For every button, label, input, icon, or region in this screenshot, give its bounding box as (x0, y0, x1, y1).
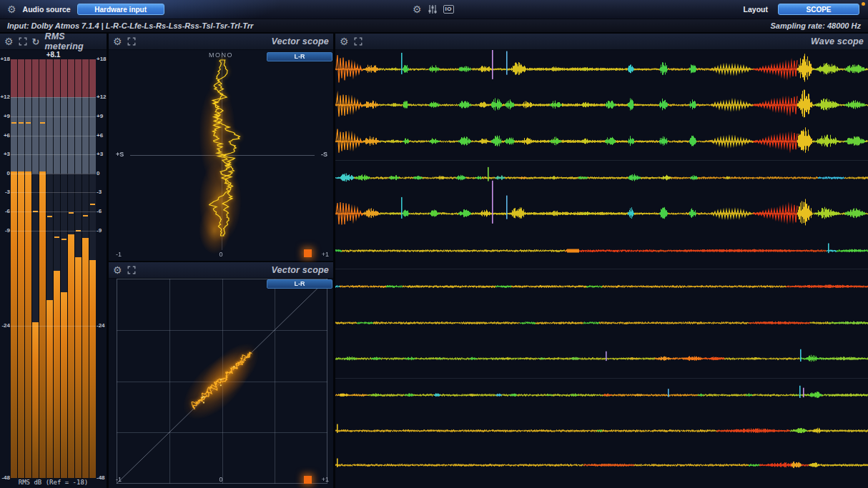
vector-top-gear-icon[interactable]: ⚙ (113, 36, 122, 46)
sampling-rate-text: Sampling rate: 48000 Hz (770, 21, 861, 30)
audio-source-gear-icon[interactable]: ⚙ (7, 4, 16, 14)
correlation-marker (304, 249, 312, 257)
rms-scale-left: +18+12+9+6+30-3-6-9-24-48 (0, 59, 11, 478)
top-bar: ⚙ Audio source Hardware input ⚙ IO Layou… (0, 0, 868, 19)
rms-footer-label: RMS dB (Ref = -18) (0, 478, 107, 488)
layout-label[interactable]: Layout (744, 5, 768, 14)
vector-bottom-gear-icon[interactable]: ⚙ (113, 265, 122, 275)
meter-bar-channel-3 (25, 59, 32, 478)
wave-scope-canvas (335, 50, 868, 488)
scope-button[interactable]: SCOPE (778, 4, 859, 15)
rms-panel-header: ⚙ ↻ RMS metering (0, 34, 107, 50)
rms-metering-panel: ⚙ ↻ RMS metering +8.1 +18+12+9+6+30-3-6-… (0, 34, 107, 488)
rms-meter: +18+12+9+6+30-3-6-9-24-48 +18+12+9+6+30-… (0, 59, 107, 478)
vector-bottom-mode-button[interactable]: L-R (267, 279, 332, 289)
channel-faders-icon[interactable] (428, 4, 438, 14)
wave-scope-panel: ⚙ Wave scope (335, 34, 868, 488)
vector-top-fullscreen-icon[interactable] (127, 37, 136, 46)
rms-scale-right: +18+12+9+6+30-3-6-9-24-48 (96, 59, 107, 478)
vector-scope-panel-bottom: ⚙ Vector scope L-R -1 0 +1 (109, 262, 333, 488)
vector-scope-bottom-title: Vector scope (272, 265, 329, 275)
status-dot (862, 2, 865, 6)
top-bar-right: Layout SCOPE (588, 4, 868, 15)
meter-bar-channel-2 (18, 59, 25, 478)
vector-scope-top-canvas (109, 50, 333, 262)
vector-bottom-max-label: +1 (322, 477, 329, 483)
top-bar-left: ⚙ Audio source Hardware input (0, 4, 279, 15)
plus-s-label: +S (116, 151, 124, 158)
rms-peak-readout: +8.1 (0, 50, 107, 59)
meter-bar-channel-8 (61, 59, 68, 478)
vector-scope-bottom-canvas (117, 279, 327, 484)
wave-scope-title: Wave scope (811, 36, 864, 46)
rms-reset-icon[interactable]: ↻ (32, 37, 40, 46)
vector-top-min-label: -1 (116, 252, 122, 258)
main-area: ⚙ ↻ RMS metering +8.1 +18+12+9+6+30-3-6-… (0, 32, 868, 488)
vector-scope-bottom-header: ⚙ Vector scope (109, 262, 333, 279)
top-bar-center: ⚙ IO (279, 4, 588, 14)
meter-bar-channel-6 (46, 59, 54, 478)
wave-fullscreen-icon[interactable] (354, 37, 363, 46)
vector-bottom-fullscreen-icon[interactable] (127, 266, 136, 274)
wave-scope-header: ⚙ Wave scope (335, 34, 868, 50)
rms-meter-bars (11, 59, 96, 478)
vector-top-zero-label: 0 (219, 252, 222, 258)
vector-bottom-zero-label: 0 (219, 477, 222, 483)
vector-scope-top-title: Vector scope (272, 36, 329, 46)
vector-scope-column: ⚙ Vector scope MONO L-R +S -S -1 0 +1 (109, 34, 333, 488)
vector-scope-bottom-display: L-R -1 0 +1 (109, 279, 333, 488)
vector-top-mode-button[interactable]: L-R (267, 52, 332, 61)
vector-scope-top-header: ⚙ Vector scope (109, 34, 333, 50)
wave-scope-display (335, 50, 868, 488)
meter-bar-channel-12 (89, 59, 96, 478)
io-routing-icon[interactable]: IO (443, 5, 454, 14)
rms-fullscreen-icon[interactable] (19, 37, 27, 46)
minus-s-label: -S (321, 151, 327, 158)
rms-panel-title: RMS metering (44, 31, 102, 51)
rms-settings-gear-icon[interactable]: ⚙ (4, 36, 14, 46)
vector-scope-top-display: MONO L-R +S -S -1 0 +1 (109, 50, 333, 261)
meter-bar-channel-11 (82, 59, 89, 478)
vector-scope-panel-top: ⚙ Vector scope MONO L-R +S -S -1 0 +1 (109, 34, 333, 261)
hardware-input-button[interactable]: Hardware input (77, 4, 164, 15)
mono-label: MONO (209, 51, 233, 59)
correlation-marker-2 (304, 476, 312, 484)
meter-bar-channel-9 (68, 59, 75, 478)
vector-top-max-label: +1 (322, 252, 329, 258)
meter-bar-channel-7 (54, 59, 61, 478)
meter-bar-channel-4 (32, 59, 39, 478)
wave-gear-icon[interactable]: ⚙ (340, 36, 349, 46)
meter-bar-channel-1 (11, 59, 18, 478)
settings-gear-icon[interactable]: ⚙ (413, 4, 422, 14)
app-window: ⚙ Audio source Hardware input ⚙ IO Layou… (0, 0, 868, 488)
meter-bar-channel-5 (39, 59, 46, 478)
meter-bar-channel-10 (75, 59, 82, 478)
info-bar: Input: Dolby Atmos 7.1.4 | L-R-C-Lfe-Ls-… (0, 19, 868, 32)
audio-source-label[interactable]: Audio source (23, 5, 71, 14)
vector-bottom-min-label: -1 (116, 477, 122, 483)
input-format-text: Input: Dolby Atmos 7.1.4 | L-R-C-Lfe-Ls-… (7, 21, 253, 30)
